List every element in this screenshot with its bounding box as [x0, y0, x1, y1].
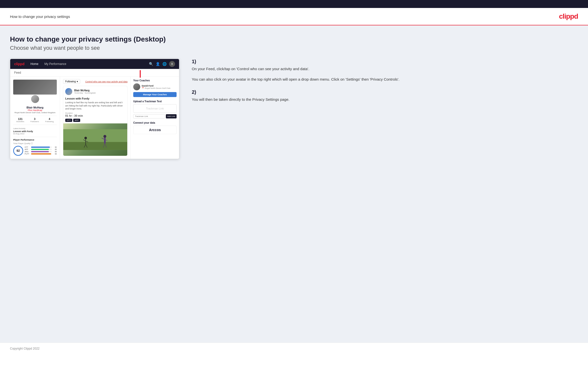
quality-label: Total Player Quality ⓘ	[13, 142, 57, 145]
arccos-display: Arccos	[133, 126, 177, 134]
header: How to change your privacy settings clip…	[0, 8, 588, 25]
profile-avatar	[31, 95, 40, 104]
stat-activities: 131 Activities	[16, 117, 24, 123]
instruction-1: 1) On your Feed, click/tap on 'Control w…	[192, 59, 578, 82]
post-card: Blair McHarg Yesterday · Sunningdale Les…	[63, 86, 128, 156]
nav-my-performance[interactable]: My Performance	[44, 62, 66, 66]
main-content: How to change your privacy settings (Des…	[0, 25, 588, 343]
post-description: Looking to feel like my hands are exitin…	[63, 101, 127, 112]
instruction-2-text: You will then be taken directly to the P…	[192, 97, 578, 103]
add-link-button[interactable]: Add Link	[166, 114, 177, 118]
top-bar	[0, 0, 588, 8]
player-performance: Player Performance Total Player Quality …	[13, 137, 57, 156]
page-subtitle: Choose what you want people to see	[10, 45, 578, 51]
bar-app: APP 85	[25, 149, 57, 150]
search-icon[interactable]: 🔍	[149, 62, 153, 66]
app-body: Blair McHarg Plus Handicap Royal North D…	[10, 77, 179, 159]
instruction-1-text: On your Feed, click/tap on 'Control who …	[192, 66, 578, 72]
clippd-logo: clippd	[559, 12, 578, 20]
quality-row: 92 OTT 90 APP	[13, 146, 57, 156]
svg-rect-9	[104, 138, 106, 143]
following-count: 4	[45, 117, 54, 120]
profile-cover	[13, 80, 57, 95]
svg-rect-1	[63, 142, 127, 150]
quality-score: 92	[13, 146, 23, 156]
stat-followers: 3 Followers	[30, 117, 39, 123]
left-panel: Blair McHarg Plus Handicap Royal North D…	[10, 77, 60, 159]
activities-label: Activities	[16, 120, 24, 123]
post-author-avatar	[65, 88, 72, 95]
instruction-2: 2) You will then be taken directly to th…	[192, 89, 578, 103]
post-tags: OTT APP	[63, 119, 127, 123]
profile-name: Blair McHarg	[13, 106, 57, 109]
trackman-input[interactable]	[133, 114, 165, 118]
trackman-title: Upload a Trackman Test	[133, 100, 177, 103]
activities-count: 131	[16, 117, 24, 120]
latest-activity-name: Lesson with Fordy	[13, 130, 57, 133]
control-privacy-link[interactable]: Control who can see your activity and da…	[85, 80, 128, 83]
instruction-1-extra: You can also click on your avatar in the…	[192, 76, 578, 82]
coach-avatar	[133, 83, 140, 90]
coach-item: David Ford 📍 Royal North Devon Golf Club	[133, 83, 177, 90]
coach-name: David Ford	[142, 85, 170, 87]
connect-title: Connect your data	[133, 121, 177, 124]
app-logo: clippd	[14, 62, 24, 66]
profile-subtitle: Plus Handicap	[13, 109, 57, 111]
trackman-input-row: Add Link	[133, 114, 177, 118]
nav-icons: 🔍 👤 🌐 B	[149, 61, 175, 67]
post-title: Lesson with Fordy	[63, 97, 127, 101]
breadcrumb: How to change your privacy settings	[10, 14, 70, 19]
trackman-section: Upload a Trackman Test Trackman Link Add…	[133, 100, 177, 118]
app-screenshot: clippd Home My Performance 🔍 👤 🌐 B Feed	[10, 59, 179, 159]
feed-bar: Feed	[10, 69, 179, 77]
profile-info: Blair McHarg Plus Handicap Royal North D…	[13, 106, 57, 114]
coaches-title: Your Coaches	[133, 79, 177, 82]
footer: Copyright Clippd 2022	[0, 343, 588, 354]
profile-stats: 131 Activities 3 Followers 4 Following	[13, 116, 57, 123]
svg-point-2	[84, 137, 87, 139]
following-bar: Following ▾ Control who can see your act…	[63, 79, 128, 84]
followers-count: 3	[30, 117, 39, 120]
instruction-1-number: 1)	[192, 59, 578, 64]
tag-ott: OTT	[65, 119, 72, 122]
avatar[interactable]: B	[169, 61, 175, 67]
svg-point-8	[103, 135, 106, 138]
right-panel: Your Coaches David Ford 📍 Royal North De…	[131, 77, 179, 159]
screenshot-area: clippd Home My Performance 🔍 👤 🌐 B Feed	[10, 59, 578, 159]
following-label: Following	[45, 120, 54, 123]
post-image	[63, 123, 127, 156]
stat-following: 4 Following	[45, 117, 54, 123]
quality-bars: OTT 90 APP 85 ARG	[25, 146, 57, 155]
feed-label: Feed	[14, 71, 21, 74]
app-navbar: clippd Home My Performance 🔍 👤 🌐 B	[10, 59, 179, 69]
profile-club: Royal North Devon Golf Club, United King…	[13, 111, 57, 114]
copyright: Copyright Clippd 2022	[10, 347, 40, 350]
duration-value: 01 hr : 30 min	[65, 114, 83, 117]
coaches-section: Your Coaches David Ford 📍 Royal North De…	[133, 79, 177, 97]
post-author-name: Blair McHarg	[74, 89, 96, 92]
post-author-info: Blair McHarg Yesterday · Sunningdale	[74, 89, 96, 94]
coach-info: David Ford 📍 Royal North Devon Golf Club	[142, 85, 170, 89]
bar-arg: ARG 86	[25, 151, 57, 153]
bar-ott: OTT 90	[25, 146, 57, 148]
post-duration: Duration 01 hr : 30 min	[63, 112, 127, 119]
latest-activity-date: 03 Aug 2022	[13, 133, 57, 135]
nav-home[interactable]: Home	[30, 62, 38, 66]
tag-app: APP	[73, 119, 80, 122]
user-icon[interactable]: 👤	[156, 62, 160, 66]
following-button[interactable]: Following ▾	[63, 79, 80, 84]
connect-section: Connect your data Arccos	[133, 121, 177, 134]
player-performance-title: Player Performance	[13, 139, 57, 141]
post-header: Blair McHarg Yesterday · Sunningdale	[63, 86, 127, 97]
latest-activity-label: Latest Activity	[13, 127, 57, 130]
instruction-2-number: 2)	[192, 89, 578, 95]
center-panel: Following ▾ Control who can see your act…	[60, 77, 131, 159]
instructions-panel: 1) On your Feed, click/tap on 'Control w…	[189, 59, 578, 109]
followers-label: Followers	[30, 120, 39, 123]
page-title: How to change your privacy settings (Des…	[10, 35, 578, 43]
trackman-link-display: Trackman Link	[133, 104, 177, 113]
post-meta: Yesterday · Sunningdale	[74, 92, 96, 94]
globe-icon[interactable]: 🌐	[162, 62, 167, 66]
coach-club: 📍 Royal North Devon Golf Club	[142, 87, 170, 89]
manage-coaches-button[interactable]: Manage Your Coaches	[133, 92, 177, 97]
